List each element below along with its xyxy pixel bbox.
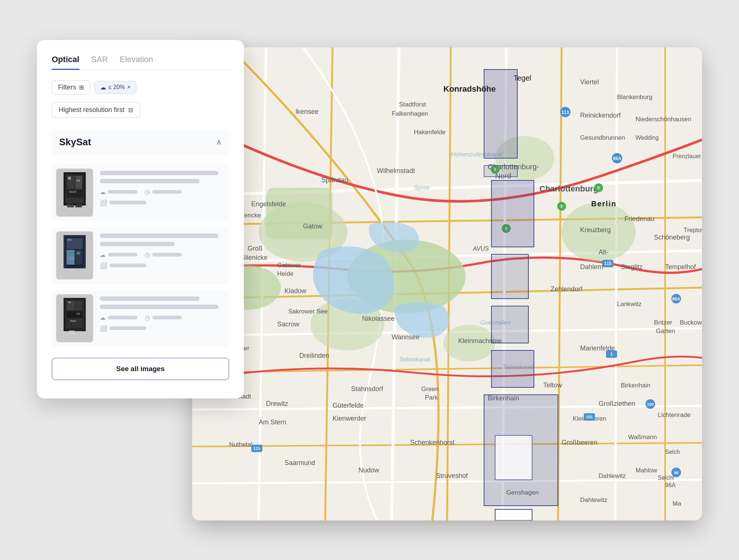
svg-text:Sacrow: Sacrow xyxy=(277,320,300,328)
sort-icon: ⊟ xyxy=(128,106,133,113)
svg-text:Struveshof: Struveshof xyxy=(436,472,468,479)
svg-text:Wannsee: Wannsee xyxy=(392,333,419,341)
svg-rect-163 xyxy=(67,265,83,268)
svg-text:Berlin: Berlin xyxy=(591,200,617,208)
svg-rect-140 xyxy=(491,306,528,343)
svg-text:100: 100 xyxy=(647,402,654,407)
info-bottom-line xyxy=(109,326,146,330)
svg-rect-173 xyxy=(67,319,84,327)
cloud-meta-icon: ☁ xyxy=(100,251,106,258)
svg-text:Falkenhagen: Falkenhagen xyxy=(392,110,428,117)
filter-row: Filters ⊞ ☁ ≤ 20% × xyxy=(52,80,229,95)
tab-elevation[interactable]: Elevation xyxy=(120,55,153,69)
svg-rect-155 xyxy=(76,180,80,181)
svg-rect-149 xyxy=(75,176,82,189)
skysat-section-header[interactable]: SkySat ∧ xyxy=(52,129,229,155)
info-bottom-line xyxy=(109,201,146,204)
info-line-2 xyxy=(100,305,218,309)
svg-text:Gatow: Gatow xyxy=(303,223,323,230)
svg-text:1: 1 xyxy=(610,352,613,357)
svg-text:Dahlewitz: Dahlewitz xyxy=(580,496,607,503)
svg-rect-156 xyxy=(69,191,76,193)
meta-cloud: ☁ xyxy=(100,189,137,196)
svg-text:Prenzlauer: Prenzlauer xyxy=(672,153,701,159)
cloud-icon: ☁ xyxy=(100,84,106,91)
svg-text:Engelsfelde: Engelsfelde xyxy=(251,200,286,208)
image-info: ☁ ◷ ⬜ xyxy=(100,294,225,332)
tab-sar[interactable]: SAR xyxy=(91,55,108,69)
info-meta: ☁ ◷ xyxy=(100,314,225,321)
svg-text:96A: 96A xyxy=(672,296,680,302)
svg-text:Spandau: Spandau xyxy=(321,176,348,184)
svg-text:Großbeeren: Großbeeren xyxy=(562,439,597,446)
filters-button[interactable]: Filters ⊞ xyxy=(52,80,90,95)
sort-row: Highest resolution first ⊟ xyxy=(52,102,229,118)
svg-text:Niederschönhausen: Niederschönhausen xyxy=(636,116,691,123)
list-item[interactable]: ☁ ◷ ⬜ xyxy=(52,164,229,221)
svg-text:lkensee: lkensee xyxy=(296,108,319,115)
info-line-2 xyxy=(100,179,200,183)
svg-text:Hakenfelde: Hakenfelde xyxy=(414,129,446,136)
list-item[interactable]: ☁ ◷ ⬜ xyxy=(52,290,229,347)
svg-rect-144 xyxy=(495,435,532,480)
see-all-button[interactable]: See all images xyxy=(52,358,229,380)
svg-rect-165 xyxy=(76,252,80,255)
svg-text:Waßmann: Waßmann xyxy=(628,434,657,441)
svg-rect-22 xyxy=(266,188,333,240)
svg-text:Stadtforst: Stadtforst xyxy=(399,101,426,108)
svg-text:Blankenburg: Blankenburg xyxy=(617,94,652,101)
svg-text:Garten: Garten xyxy=(656,327,675,335)
svg-text:Tempelhof: Tempelhof xyxy=(665,263,696,271)
meta-cloud: ☁ xyxy=(100,314,137,321)
svg-text:AVUS: AVUS xyxy=(473,245,489,252)
tab-optical[interactable]: Optical xyxy=(52,55,79,69)
svg-text:Kienwerder: Kienwerder xyxy=(333,415,366,422)
svg-text:115: 115 xyxy=(604,261,612,266)
svg-rect-176 xyxy=(76,313,80,315)
svg-text:Am Stern: Am Stern xyxy=(259,418,286,426)
svg-text:Großziethen: Großziethen xyxy=(599,400,635,407)
info-line-2 xyxy=(100,242,175,246)
svg-text:Nuthetal: Nuthetal xyxy=(229,441,252,448)
svg-text:96A: 96A xyxy=(613,156,621,161)
info-bottom: ⬜ xyxy=(100,199,225,206)
cloud-filter-tag[interactable]: ☁ ≤ 20% × xyxy=(95,81,136,94)
image-info: ☁ ◷ ⬜ xyxy=(100,231,225,269)
sort-button[interactable]: Highest resolution first ⊟ xyxy=(52,102,140,118)
chevron-up-icon: ∧ xyxy=(216,138,222,146)
svg-rect-141 xyxy=(491,350,534,387)
svg-text:Viertel: Viertel xyxy=(580,78,599,86)
svg-text:Drewitz: Drewitz xyxy=(266,400,288,407)
svg-text:Kreuzberg: Kreuzberg xyxy=(580,226,611,234)
image-meta-icon: ⬜ xyxy=(100,199,107,206)
svg-text:S: S xyxy=(560,204,563,208)
svg-rect-151 xyxy=(65,198,84,204)
cloud-filter-value: ≤ 20% xyxy=(108,84,125,91)
svg-text:Park: Park xyxy=(425,394,438,401)
image-thumbnail xyxy=(56,169,93,217)
list-item[interactable]: ☁ ◷ ⬜ xyxy=(52,227,229,284)
svg-rect-143 xyxy=(495,509,532,520)
svg-text:96A: 96A xyxy=(665,482,676,488)
clock-meta-icon: ◷ xyxy=(145,251,150,258)
svg-text:Dreilinden: Dreilinden xyxy=(299,352,329,359)
svg-text:Selchl: Selchl xyxy=(658,475,674,481)
svg-text:Gesundbrunnen: Gesundbrunnen xyxy=(580,134,625,141)
svg-text:Schenkenhorst: Schenkenhorst xyxy=(410,439,454,446)
svg-text:Reinickendorf: Reinickendorf xyxy=(580,112,621,119)
svg-text:Green: Green xyxy=(421,386,439,393)
svg-text:101: 101 xyxy=(586,415,593,419)
svg-text:Kladow: Kladow xyxy=(285,287,307,295)
meta-line-cloud xyxy=(108,253,137,257)
filter-close-icon[interactable]: × xyxy=(127,84,130,91)
svg-text:Treptow: Treptow xyxy=(684,227,702,234)
svg-text:Sakrower See: Sakrower See xyxy=(288,308,328,315)
svg-text:Saarmund: Saarmund xyxy=(285,459,315,466)
clock-meta-icon: ◷ xyxy=(145,189,150,196)
meta-line-time xyxy=(152,190,182,194)
meta-line-cloud xyxy=(108,316,137,319)
svg-text:Charlottenburg: Charlottenburg xyxy=(539,184,598,193)
info-line-1 xyxy=(100,234,218,238)
svg-rect-177 xyxy=(70,320,76,322)
svg-rect-166 xyxy=(69,257,75,259)
